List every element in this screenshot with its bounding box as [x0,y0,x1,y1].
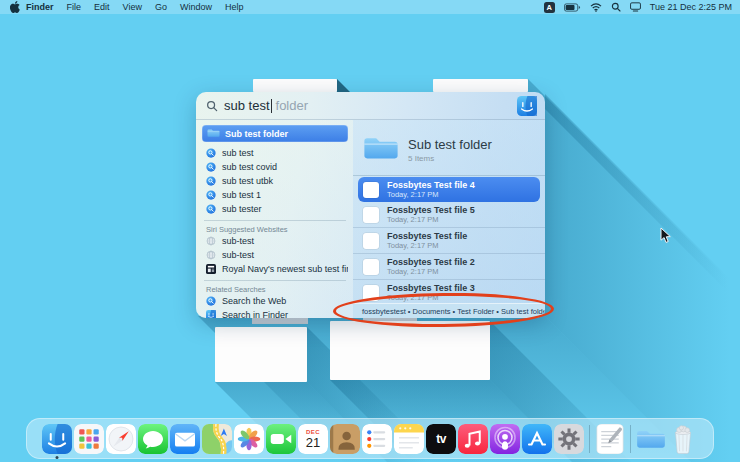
spotlight-menu-icon[interactable] [611,2,621,12]
globe-icon [206,236,216,246]
window-long-shadow [528,79,728,292]
sidebar-suggestion-item[interactable]: sub test utbk [202,174,348,188]
dock-trash-icon[interactable] [668,424,698,454]
mouse-cursor [660,227,672,248]
search-suggestion-icon [206,190,216,200]
dock-reminders-icon[interactable] [362,424,392,454]
apple-menu-icon[interactable] [10,1,20,13]
sidebar-item[interactable]: sub-test [202,234,348,248]
spotlight-preview: Sub test folder 5 Items Fossbytes Test f… [353,120,545,318]
dock-mail-icon[interactable] [170,424,200,454]
dock-calendar-icon[interactable]: DEC21 [298,424,328,454]
menu-items: FinderFileEditViewGoWindowHelp [26,2,243,12]
menu-view[interactable]: View [123,2,142,12]
search-completion-text: folder [276,98,309,113]
menu-go[interactable]: Go [155,2,167,12]
desktop: FinderFileEditViewGoWindowHelp A Tue 21 … [0,0,740,462]
sidebar-section-header: Siri Suggested Websites [202,224,348,234]
dock-facetime-icon[interactable] [266,424,296,454]
dock-maps-icon[interactable] [202,424,232,454]
spotlight-content: Sub test folder sub testsub test covidsu… [196,120,545,318]
dock: DEC21tv [26,418,714,459]
menu-bar: FinderFileEditViewGoWindowHelp A Tue 21 … [0,0,740,14]
sidebar-item[interactable]: sub-test [202,248,348,262]
sidebar-item[interactable]: Search in Finder [202,308,348,318]
dock-launchpad-icon[interactable] [74,424,104,454]
file-row[interactable]: Fossbytes Test file 5Today, 2:17 PM [353,202,545,227]
search-suggestion-icon [206,176,216,186]
sidebar-suggestion-item[interactable]: sub test [202,146,348,160]
folder-icon [207,128,220,140]
dock-textedit-icon[interactable] [595,424,625,454]
dock-podcasts-icon[interactable] [490,424,520,454]
menu-file[interactable]: File [67,2,82,12]
dock-folder-icon[interactable] [636,424,666,454]
spotlight-sidebar: Sub test folder sub testsub test covidsu… [196,120,353,318]
display-icon[interactable] [630,2,641,12]
sidebar-sections: Siri Suggested Websitessub-testsub-testR… [202,220,348,318]
input-source-icon[interactable]: A [544,2,555,13]
dock-appstore-icon[interactable] [522,424,552,454]
dock-settings-icon[interactable] [554,424,584,454]
globe-icon [206,250,216,260]
dock-contacts-icon[interactable] [330,424,360,454]
background-window[interactable] [215,327,307,382]
document-icon [363,285,379,301]
dock-music-icon[interactable] [458,424,488,454]
sidebar-suggestions: sub testsub test covidsub test utbksub t… [202,146,348,216]
dock-photos-icon[interactable] [234,424,264,454]
sidebar-suggestion-item[interactable]: sub test covid [202,160,348,174]
finder-icon [206,310,216,318]
search-suggestion-icon [206,148,216,158]
window-long-shadow [545,94,730,462]
background-window[interactable] [330,321,490,380]
preview-title: Sub test folder [408,137,492,152]
dock-safari-icon[interactable] [106,424,136,454]
preview-header: Sub test folder 5 Items [353,120,545,176]
menu-edit[interactable]: Edit [94,2,110,12]
search-suggestion-icon [206,204,216,214]
wifi-icon[interactable] [590,3,602,12]
menu-help[interactable]: Help [225,2,244,12]
file-row[interactable]: Fossbytes Test fileToday, 2:17 PM [353,227,545,253]
dock-finder-icon[interactable] [42,424,72,454]
dock-tv-icon[interactable]: tv [426,424,456,454]
document-icon [363,233,379,249]
spotlight-search-field[interactable]: sub test folder [196,92,545,120]
menu-finder[interactable]: Finder [26,2,54,12]
dock-divider [589,425,590,453]
search-suggestion-icon [206,162,216,172]
file-list: Fossbytes Test file 4Today, 2:17 PMFossb… [353,177,545,304]
web-search-icon [206,296,216,306]
news-icon [206,264,216,274]
document-icon [363,182,379,198]
file-row[interactable]: Fossbytes Test file 2Today, 2:17 PM [353,253,545,279]
text-caret [271,99,272,113]
document-icon [363,259,379,275]
background-window[interactable] [433,79,528,92]
dock-divider [630,425,631,453]
sidebar-suggestion-item[interactable]: sub tester [202,202,348,216]
top-hit-item[interactable]: Sub test folder [202,125,348,142]
menu-clock[interactable]: Tue 21 Dec 2:25 PM [650,2,732,12]
search-icon [206,100,218,112]
sidebar-section-header: Related Searches [202,284,348,294]
file-row[interactable]: Fossbytes Test file 4Today, 2:17 PM [358,177,540,202]
sidebar-item[interactable]: Search the Web [202,294,348,308]
spotlight-window: sub test folder Sub test folder sub test… [196,92,545,318]
dock-items: DEC21tv [27,419,713,458]
preview-item-count: 5 Items [408,154,492,163]
sidebar-item[interactable]: Royal Navy's newest sub test fires tor..… [202,262,348,276]
search-input-text[interactable]: sub test [224,98,270,113]
background-window[interactable] [253,79,337,92]
file-row[interactable]: Fossbytes Test file 3Today, 2:17 PM [353,279,545,304]
menu-window[interactable]: Window [180,2,212,12]
battery-icon[interactable] [564,3,581,12]
sidebar-divider [204,280,346,281]
document-icon [363,207,379,223]
dock-messages-icon[interactable] [138,424,168,454]
running-indicator [56,456,59,459]
sidebar-suggestion-item[interactable]: sub test 1 [202,188,348,202]
folder-icon [363,134,399,166]
dock-notes-icon[interactable] [394,424,424,454]
